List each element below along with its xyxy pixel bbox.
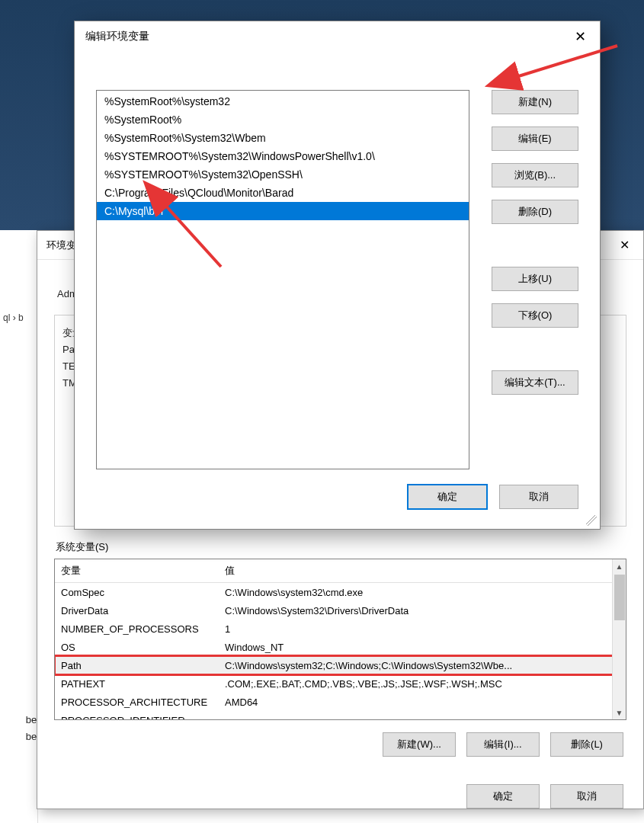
delete-button[interactable]: 删除(D) [492,200,578,224]
edit-path-dialog: 编辑环境变量 ✕ %SystemRoot%\system32%SystemRoo… [74,21,601,530]
system-var-name: PROCESSOR_ARCHITECTURE [55,697,219,708]
system-var-row[interactable]: PATHEXT.COM;.EXE;.BAT;.CMD;.VBS;.VBE;.JS… [55,674,626,693]
scrollbar[interactable]: ▲ ▼ [612,559,626,719]
system-var-name: DriverData [55,605,219,616]
path-listbox[interactable]: %SystemRoot%\system32%SystemRoot%%System… [96,90,469,469]
scroll-thumb[interactable] [614,575,625,620]
system-var-value: C:\Windows\System32\Drivers\DriverData [219,605,626,616]
explorer-breadcrumb-remnant: ql › b [3,312,36,323]
system-var-value: 1 [219,623,626,635]
system-var-row[interactable]: PROCESSOR_IDENTIFIER [55,711,626,720]
move-down-button[interactable]: 下移(O) [492,303,578,328]
edit-text-button[interactable]: 编辑文本(T)... [492,370,578,395]
env-ok-button[interactable]: 确定 [466,784,540,809]
system-var-value: C:\Windows\system32;C:\Windows;C:\Window… [219,660,626,671]
path-item[interactable]: C:\Mysql\bin [97,202,469,220]
system-var-name: OS [55,642,219,653]
browse-button[interactable]: 浏览(B)... [492,163,578,187]
sys-new-button[interactable]: 新建(W)... [383,732,456,757]
system-var-row[interactable]: DriverDataC:\Windows\System32\Drivers\Dr… [55,601,626,620]
ok-button[interactable]: 确定 [408,485,487,509]
edit-path-title: 编辑环境变量 [85,30,560,43]
path-item[interactable]: C:\Program Files\QCloud\Monitor\Barad [97,184,469,202]
system-var-name: Path [55,660,219,671]
new-button[interactable]: 新建(N) [492,90,578,114]
system-var-value: .COM;.EXE;.BAT;.CMD;.VBS;.VBE;.JS;.JSE;.… [219,678,626,690]
cancel-button[interactable]: 取消 [499,485,578,509]
path-item[interactable]: %SYSTEMROOT%\System32\OpenSSH\ [97,165,469,184]
path-item[interactable]: %SYSTEMROOT%\System32\WindowsPowerShell\… [97,147,469,165]
system-var-row[interactable]: NUMBER_OF_PROCESSORS1 [55,620,626,638]
close-icon[interactable]: ✕ [605,231,643,260]
path-item[interactable]: %SystemRoot% [97,110,469,129]
system-vars-col-name[interactable]: 变量 [55,559,219,582]
edit-path-titlebar[interactable]: 编辑环境变量 ✕ [75,21,600,52]
move-up-button[interactable]: 上移(U) [492,267,578,291]
system-var-value: Windows_NT [219,642,626,653]
system-var-row[interactable]: ComSpecC:\Windows\system32\cmd.exe [55,583,626,601]
scroll-down-icon[interactable]: ▼ [613,706,626,719]
sys-delete-button[interactable]: 删除(L) [550,732,623,757]
path-item[interactable]: %SystemRoot%\System32\Wbem [97,129,469,147]
system-var-row[interactable]: PROCESSOR_ARCHITECTUREAMD64 [55,693,626,711]
close-icon[interactable]: ✕ [560,21,600,52]
env-cancel-button[interactable]: 取消 [550,784,623,809]
system-vars-listbox[interactable]: 变量 值 ComSpecC:\Windows\system32\cmd.exeD… [54,559,626,720]
system-var-value: AMD64 [219,697,626,708]
system-vars-col-value[interactable]: 值 [219,559,626,582]
resize-grip-icon[interactable] [586,515,597,526]
system-vars-header: 变量 值 [55,559,626,583]
system-var-name: PATHEXT [55,678,219,690]
system-var-name: NUMBER_OF_PROCESSORS [55,623,219,635]
system-vars-label: 系统变量(S) [56,540,626,554]
scroll-up-icon[interactable]: ▲ [613,559,626,573]
path-item[interactable]: %SystemRoot%\system32 [97,92,469,110]
system-var-row[interactable]: PathC:\Windows\system32;C:\Windows;C:\Wi… [55,656,626,674]
system-var-row[interactable]: OSWindows_NT [55,638,626,656]
edit-button[interactable]: 编辑(E) [492,126,578,151]
system-var-name: PROCESSOR_IDENTIFIER [55,715,219,721]
sys-edit-button[interactable]: 编辑(I)... [466,732,540,757]
system-var-name: ComSpec [55,587,219,598]
system-var-value: C:\Windows\system32\cmd.exe [219,587,626,598]
